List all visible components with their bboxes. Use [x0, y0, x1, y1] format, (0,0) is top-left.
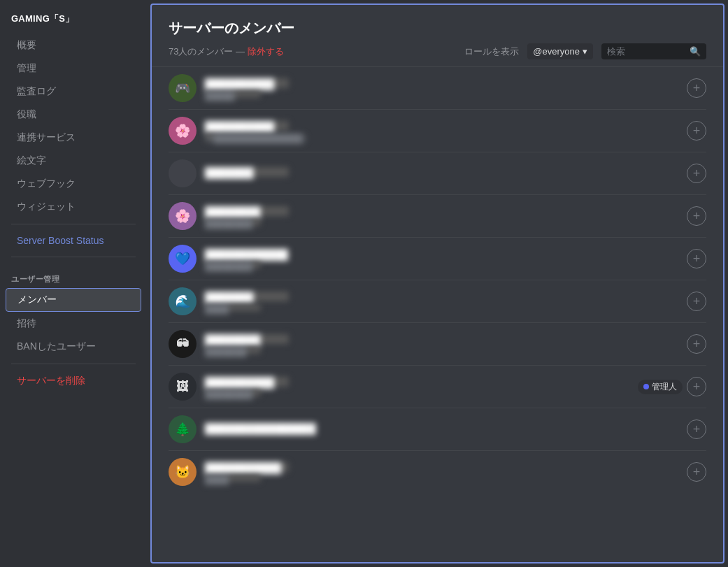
add-role-button[interactable]: + [687, 377, 706, 396]
member-info: ███████████████ [205, 462, 678, 482]
sidebar-item-overview[interactable]: 概要 [6, 34, 141, 57]
sidebar-divider [11, 224, 136, 224]
search-icon: 🔍 [690, 46, 701, 57]
add-role-button[interactable]: + [687, 292, 706, 311]
member-name: ███████████ [205, 462, 289, 472]
add-role-button[interactable]: + [687, 164, 706, 183]
member-info: ██████████████████ [205, 377, 629, 396]
remove-link[interactable]: 除外する [248, 46, 284, 57]
member-name: ██████████ [205, 377, 289, 387]
sidebar-item-invites[interactable]: 招待 [6, 313, 141, 335]
member-count: 73人のメンバー — 除外する [169, 45, 284, 58]
sidebar-divider-2 [11, 257, 136, 257]
sidebar-item-emoji[interactable]: 絵文字 [6, 150, 141, 172]
member-tag: ████ [205, 304, 261, 311]
search-box: 🔍 [601, 43, 706, 59]
subtitle-row: 73人のメンバー — 除外する ロールを表示 @everyone ▾ 🔍 [169, 43, 706, 59]
add-role-button[interactable]: + [687, 206, 706, 226]
member-roles: + [687, 164, 706, 183]
member-count-text: 73人のメンバー — [169, 46, 248, 57]
member-name: ███████ [205, 292, 289, 301]
member-tag: ████████ [205, 389, 261, 396]
sidebar-item-integrations[interactable]: 連携サービス [6, 127, 141, 149]
role-dropdown-value: @everyone [533, 46, 580, 57]
table-row: 🐱███████████████+ [169, 451, 706, 493]
member-tag: ████ [205, 475, 261, 482]
sidebar-item-bans[interactable]: BANしたユーザー [6, 336, 141, 358]
user-management-section-label: ユーザー管理 [0, 263, 147, 287]
member-roles: + [687, 78, 706, 98]
sidebar: GAMING「S」 概要管理監査ログ役職連携サービス絵文字ウェブフックウィジェッ… [0, 0, 147, 567]
table-row: 🌊███████████+ [169, 280, 706, 323]
avatar: 🖼 [169, 373, 197, 401]
sidebar-item-roles[interactable]: 役職 [6, 103, 141, 126]
sidebar-item-webhooks[interactable]: ウェブフック [6, 173, 141, 195]
filter-row: ロールを表示 @everyone ▾ 🔍 [464, 43, 706, 59]
table-row: 💙████████████████████+ [169, 238, 706, 280]
table-row: 🕶███████████████+ [169, 323, 706, 366]
sidebar-item-delete-server[interactable]: サーバーを削除 [6, 370, 141, 392]
member-name: ██████████ [205, 121, 289, 131]
member-name: ████████ [205, 206, 289, 216]
role-dot [643, 384, 649, 389]
table-row: 🌸████████████████+ [169, 195, 706, 238]
avatar [169, 159, 197, 187]
sidebar-item-members[interactable]: メンバー [6, 288, 141, 312]
chevron-down-icon: ▾ [583, 46, 587, 57]
avatar: 💙 [169, 245, 197, 273]
member-info: ████████████████ [205, 423, 678, 436]
role-filter-label: ロールを表示 [464, 45, 519, 58]
server-name: GAMING「S」 [0, 7, 147, 34]
member-roles: + [687, 206, 706, 226]
member-info: ████████████████████ [205, 249, 678, 268]
avatar: 🕶 [169, 330, 197, 358]
role-label: 管理人 [652, 381, 677, 393]
avatar: 🌲 [169, 415, 197, 443]
member-roles: + [687, 249, 706, 268]
member-name: ████████ [205, 334, 289, 344]
page-title: サーバーのメンバー [169, 19, 706, 38]
avatar: 🌸 [169, 202, 197, 230]
sidebar-item-audit-log[interactable]: 監査ログ [6, 80, 141, 103]
member-info: ███████████████ [205, 78, 678, 98]
member-name: ██████████ [205, 78, 289, 88]
member-tag: ████████ [205, 219, 261, 226]
member-roles: + [687, 334, 706, 354]
add-role-button[interactable]: + [687, 419, 706, 439]
member-info: ███████ [205, 167, 678, 180]
avatar: 🎮 [169, 74, 197, 102]
member-info: ███████████ [205, 292, 678, 311]
member-roles: + [687, 419, 706, 439]
member-list: 🎮███████████████+🌸██████████@███████████… [152, 67, 723, 562]
member-tag: ████████ [205, 261, 261, 268]
avatar: 🌸 [169, 117, 197, 145]
content-header: サーバーのメンバー 73人のメンバー — 除外する ロールを表示 @everyo… [152, 5, 723, 67]
main-content: ✕ ESC サーバーのメンバー 73人のメンバー — 除外する ロールを表示 @… [150, 3, 725, 564]
role-dropdown[interactable]: @everyone ▾ [527, 43, 593, 59]
add-role-button[interactable]: + [687, 462, 706, 482]
table-row: 🎮███████████████+ [169, 67, 706, 110]
add-role-button[interactable]: + [687, 78, 706, 98]
add-role-button[interactable]: + [687, 249, 706, 268]
table-row: 🌸██████████@███████████████1+ [169, 110, 706, 152]
sidebar-item-server-boost[interactable]: Server Boost Status [6, 230, 141, 251]
table-row: ███████+ [169, 152, 706, 195]
add-role-button[interactable]: + [687, 334, 706, 354]
member-roles: + [687, 292, 706, 311]
member-tag: @███████████████1 [205, 134, 296, 141]
member-name: ████████████████ [205, 423, 289, 433]
avatar: 🌊 [169, 287, 197, 315]
member-tag: ███████ [205, 347, 261, 354]
sidebar-divider-3 [11, 364, 136, 364]
member-info: ████████████████ [205, 206, 678, 226]
sidebar-item-admin[interactable]: 管理 [6, 57, 141, 80]
sidebar-item-widget[interactable]: ウィジェット [6, 196, 141, 218]
role-badge: 管理人 [638, 380, 683, 394]
member-name: ████████████ [205, 249, 289, 259]
add-role-button[interactable]: + [687, 121, 706, 141]
member-roles: + [687, 462, 706, 482]
member-tag: █████ [205, 91, 261, 98]
table-row: 🌲████████████████+ [169, 408, 706, 451]
search-input[interactable] [607, 46, 685, 57]
avatar: 🐱 [169, 458, 197, 486]
